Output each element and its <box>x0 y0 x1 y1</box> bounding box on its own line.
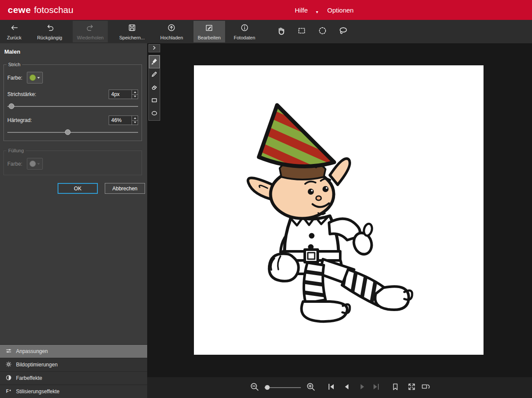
stroke-group: Strich Farbe: Strichstärke: 4px Härtegr <box>3 64 142 141</box>
fullscreen-icon[interactable] <box>407 382 416 393</box>
edit-label: Bearbeiten <box>198 35 221 40</box>
back-label: Zurück <box>7 35 22 40</box>
hardness-slider[interactable] <box>7 129 138 135</box>
slider-track <box>264 387 301 388</box>
last-image-icon <box>372 382 380 393</box>
triangle-up-icon <box>134 91 136 93</box>
stroke-width-label: Strichstärke: <box>7 91 36 97</box>
category-farbeffekte[interactable]: Farbeffekte <box>0 371 147 385</box>
fill-group-legend: Füllung <box>6 148 26 153</box>
titlebar-menus: Hilfe ▾ Optionen <box>295 0 354 20</box>
lasso-icon <box>339 26 348 37</box>
rotate-image-icon[interactable] <box>421 382 430 393</box>
paint-panel: Malen Strich Farbe: Strichstärke: 4px <box>0 43 147 398</box>
hand-tool-button[interactable] <box>273 21 289 42</box>
undo-icon <box>45 23 54 34</box>
fill-color-label: Farbe: <box>7 161 23 167</box>
first-image-icon[interactable] <box>327 382 335 393</box>
spin-down-button[interactable] <box>132 94 138 99</box>
strip-expand-button[interactable] <box>148 44 160 52</box>
menu-hilfe[interactable]: Hilfe <box>295 6 308 14</box>
hardness-row: Härtegrad: 46% <box>7 116 138 125</box>
cancel-button[interactable]: Abbrechen <box>105 183 145 194</box>
stroke-color-swatch[interactable] <box>27 72 43 83</box>
upload-button[interactable]: Hochladen <box>156 21 187 42</box>
eraser-tool-icon <box>151 83 158 93</box>
fill-group: Füllung Farbe: <box>3 151 142 175</box>
rect-select-button[interactable] <box>293 21 310 42</box>
chevron-down-icon <box>37 77 40 79</box>
image-optimize-icon <box>6 361 12 369</box>
ellipse-draw-icon <box>151 109 158 119</box>
pin-icon[interactable] <box>391 382 400 393</box>
previous-image-icon[interactable] <box>342 382 351 393</box>
stroke-color-row: Farbe: <box>7 72 138 83</box>
app-logo: cewe fotoschau <box>8 5 73 15</box>
draw-tool-strip <box>148 44 160 121</box>
spin-down-button[interactable] <box>132 120 138 125</box>
dialog-buttons: OK Abbrechen <box>0 183 145 194</box>
hardness-slider-handle[interactable] <box>65 129 71 135</box>
hardness-label: Härtegrad: <box>7 117 32 123</box>
back-arrow-icon <box>10 23 19 34</box>
stroke-width-slider-handle[interactable] <box>9 103 14 109</box>
stroke-group-legend: Strich <box>6 62 22 67</box>
stroke-width-value: 4px <box>109 91 119 97</box>
photo-canvas[interactable] <box>194 65 484 355</box>
stroke-width-slider[interactable] <box>7 103 138 109</box>
hand-tool-icon <box>276 26 286 37</box>
ellipse-draw-button[interactable] <box>149 107 160 120</box>
stylize-effects-icon: F <box>6 388 12 395</box>
zoom-out-icon[interactable] <box>250 382 259 393</box>
pencil-tool-button[interactable] <box>149 68 160 81</box>
save-icon <box>128 23 136 34</box>
category-anpassungen[interactable]: Anpassungen <box>0 344 147 358</box>
svg-text:F: F <box>6 389 9 394</box>
stroke-width-input[interactable]: 4px <box>109 90 138 99</box>
menu-optionen[interactable]: Optionen <box>327 6 354 14</box>
stroke-width-spinner <box>132 90 138 99</box>
ellipse-select-button[interactable] <box>314 21 331 42</box>
edit-button[interactable]: Bearbeiten <box>193 21 225 42</box>
undo-label: Rückgängig <box>37 35 62 40</box>
category-bildoptimierungen[interactable]: Bildoptimierungen <box>0 358 147 371</box>
zoom-slider-handle[interactable] <box>265 385 270 390</box>
chevron-right-icon <box>152 45 157 52</box>
logo-cewe: cewe <box>8 5 31 15</box>
adjustments-icon <box>6 348 12 355</box>
edit-icon <box>205 23 213 34</box>
category-stilisierungseffekte[interactable]: F Stilisierungseffekte <box>0 385 147 398</box>
ok-button[interactable]: OK <box>58 183 98 194</box>
rect-draw-icon <box>151 96 158 106</box>
back-button[interactable]: Zurück <box>3 21 26 42</box>
logo-fotoschau: fotoschau <box>34 5 73 15</box>
triangle-up-icon <box>134 117 136 119</box>
redo-button: Wiederholen <box>73 21 108 42</box>
slider-track <box>7 106 138 107</box>
upload-icon <box>167 23 176 34</box>
rect-draw-button[interactable] <box>149 94 160 107</box>
category-list: Anpassungen Bildoptimierungen Farbeffekt… <box>0 344 147 398</box>
photo-data-button[interactable]: Fotodaten <box>229 21 260 42</box>
spin-up-button[interactable] <box>132 90 138 94</box>
eraser-tool-button[interactable] <box>149 81 160 94</box>
redo-label: Wiederholen <box>77 35 104 40</box>
zoom-slider[interactable] <box>264 385 301 391</box>
pencil-tool-icon <box>151 71 158 80</box>
brush-tool-button[interactable] <box>149 55 160 68</box>
undo-button[interactable]: Rückgängig <box>33 21 67 42</box>
stroke-color-dot <box>29 74 36 81</box>
statusbar <box>147 377 532 398</box>
lasso-button[interactable] <box>335 21 351 42</box>
fill-color-swatch <box>27 158 43 170</box>
save-button[interactable]: Speichern... <box>115 21 149 42</box>
zoom-in-icon[interactable] <box>306 382 316 393</box>
spin-up-button[interactable] <box>132 116 138 120</box>
chevron-down-icon <box>37 163 40 165</box>
chevron-down-icon[interactable]: ▾ <box>316 10 318 14</box>
brush-tool-icon <box>151 58 158 67</box>
save-label: Speichern... <box>119 35 145 40</box>
info-icon <box>240 23 249 34</box>
ellipse-select-icon <box>318 26 327 37</box>
hardness-input[interactable]: 46% <box>109 116 138 125</box>
